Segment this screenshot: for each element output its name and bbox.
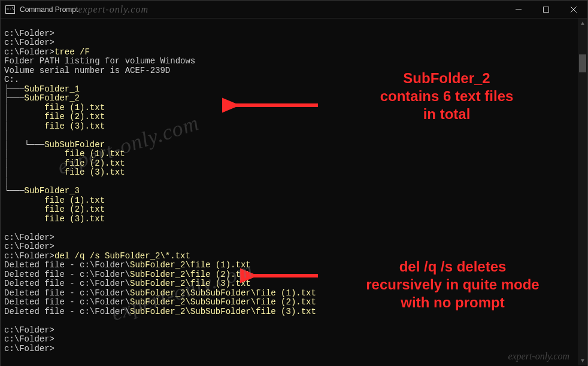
prompt-line: c:\Folder>	[4, 242, 54, 251]
deleted-line: Deleted file - c:\Folder\SubFolder_2\Sub…	[4, 307, 316, 316]
scrollbar-thumb[interactable]	[579, 54, 586, 72]
cmd-tree-line: c:\Folder>tree /F	[4, 47, 90, 57]
tree-row: file (3).txt	[4, 214, 105, 224]
tree-row: file (2).txt	[4, 205, 105, 214]
tree-row: │ file (2).txt	[4, 112, 105, 121]
deleted-line: Deleted file - c:\Folder\SubFolder_2\fil…	[4, 279, 251, 288]
tree-row: │ file (3).txt	[4, 167, 125, 177]
prompt-line: c:\Folder>	[4, 38, 54, 47]
cmd-icon	[5, 5, 15, 14]
scroll-down-arrow-icon[interactable]: ▼	[578, 356, 587, 365]
output-line: Volume serial number is ACEF-239D	[4, 66, 170, 75]
scroll-up-arrow-icon[interactable]: ▲	[578, 19, 587, 28]
command-prompt-window: Command Prompt expert-only.com c:\Folder…	[0, 0, 588, 366]
tree-row: ├───SubFolder_2	[4, 93, 80, 103]
window-title: Command Prompt	[20, 5, 78, 14]
prompt-line: c:\Folder>	[4, 344, 54, 353]
minimize-button[interactable]	[505, 1, 532, 18]
maximize-button[interactable]	[532, 1, 560, 18]
svg-rect-1	[544, 7, 549, 12]
tree-row: │	[4, 177, 9, 187]
titlebar[interactable]: Command Prompt expert-only.com	[1, 1, 587, 19]
tree-row: │ └───SubSubFolder	[4, 140, 105, 150]
deleted-line: Deleted file - c:\Folder\SubFolder_2\Sub…	[4, 288, 316, 298]
tree-row: │ file (3).txt	[4, 121, 105, 131]
close-button[interactable]	[560, 1, 587, 18]
deleted-line: Deleted file - c:\Folder\SubFolder_2\fil…	[4, 270, 251, 279]
vertical-scrollbar[interactable]: ▲ ▼	[578, 19, 587, 365]
output-line: Folder PATH listing for volume Windows	[4, 56, 195, 66]
prompt-line: c:\Folder>	[4, 233, 54, 242]
tree-row: │ file (1).txt	[4, 149, 125, 158]
watermark-titlebar: expert-only.com	[78, 4, 148, 15]
tree-row: ├───SubFolder_1	[4, 84, 80, 94]
output-line: C:.	[4, 75, 19, 84]
deleted-line: Deleted file - c:\Folder\SubFolder_2\Sub…	[4, 297, 316, 307]
deleted-line: Deleted file - c:\Folder\SubFolder_2\fil…	[4, 260, 251, 270]
prompt-line: c:\Folder>	[4, 29, 54, 38]
tree-row: │ file (2).txt	[4, 158, 125, 168]
cmd-del-line: c:\Folder>del /q /s SubFolder_2\*.txt	[4, 251, 190, 261]
prompt-line: c:\Folder>	[4, 325, 54, 335]
prompt-line: c:\Folder>	[4, 334, 54, 344]
tree-row: └───SubFolder_3	[4, 186, 80, 196]
titlebar-buttons	[505, 1, 587, 18]
tree-row: │	[4, 130, 9, 140]
tree-row: │ file (1).txt	[4, 103, 105, 112]
tree-row: file (1).txt	[4, 196, 105, 205]
terminal-content[interactable]: c:\Folder> c:\Folder> c:\Folder>tree /F …	[1, 19, 587, 366]
